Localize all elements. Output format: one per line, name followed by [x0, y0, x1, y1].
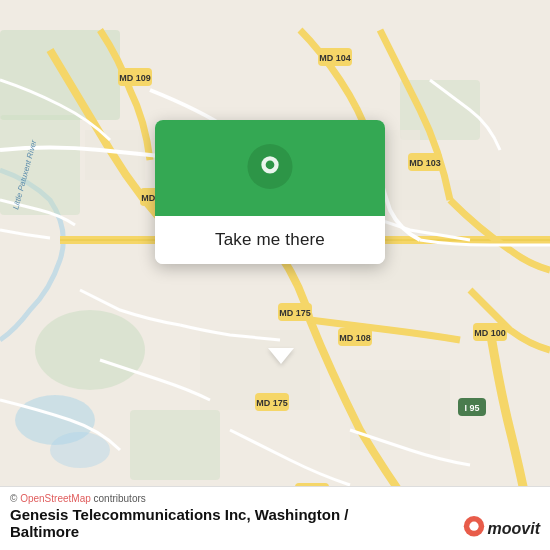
- svg-rect-5: [130, 410, 220, 480]
- svg-text:I 95: I 95: [464, 403, 479, 413]
- svg-text:MD 175: MD 175: [279, 308, 311, 318]
- place-name: Genesis Telecommunications Inc, Washingt…: [10, 506, 540, 540]
- moovit-label: moovit: [488, 520, 540, 538]
- location-pin-icon: [244, 144, 296, 196]
- take-me-there-button[interactable]: Take me there: [155, 216, 385, 264]
- moovit-logo: moovit: [463, 516, 540, 542]
- svg-text:MD 108: MD 108: [339, 333, 371, 343]
- svg-point-38: [469, 522, 478, 531]
- svg-text:MD 100: MD 100: [474, 328, 506, 338]
- popup-green-header: [155, 120, 385, 216]
- popup-tail: [268, 348, 294, 364]
- attribution-link[interactable]: OpenStreetMap: [20, 493, 91, 504]
- svg-point-1: [50, 432, 110, 468]
- map-container: MD 109 MD 104 MD 103 MD 175 MD 175 MD 17…: [0, 0, 550, 550]
- bottom-bar: © OpenStreetMap contributors Genesis Tel…: [0, 486, 550, 550]
- svg-text:MD 175: MD 175: [256, 398, 288, 408]
- svg-rect-3: [0, 115, 80, 215]
- svg-point-4: [35, 310, 145, 390]
- moovit-pin-icon: [463, 516, 485, 542]
- svg-text:MD 109: MD 109: [119, 73, 151, 83]
- svg-text:MD 103: MD 103: [409, 158, 441, 168]
- map-svg: MD 109 MD 104 MD 103 MD 175 MD 175 MD 17…: [0, 0, 550, 550]
- attribution: © OpenStreetMap contributors: [10, 493, 540, 504]
- svg-text:MD 104: MD 104: [319, 53, 351, 63]
- popup-card: Take me there: [155, 120, 385, 264]
